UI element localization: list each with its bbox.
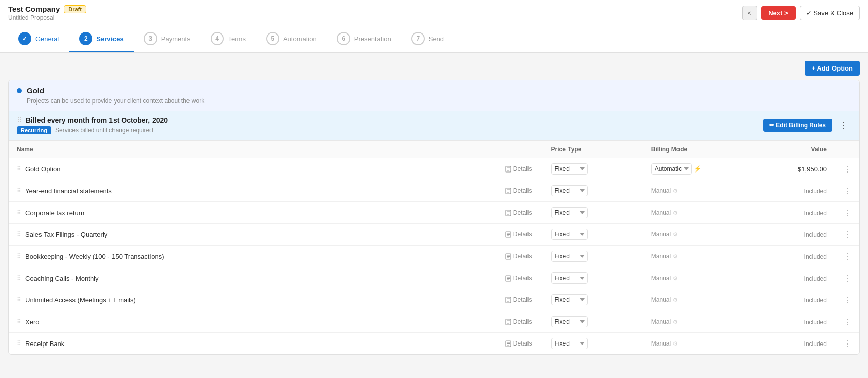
- step-general[interactable]: ✓ General: [8, 26, 69, 52]
- row-drag-handle[interactable]: ⠿: [17, 318, 21, 325]
- company-name: Test Company Draft: [8, 5, 86, 13]
- table-row: ⠿ Gold Option Details Fixed Included Aut…: [9, 158, 859, 180]
- step-circle-presentation: 6: [337, 32, 350, 45]
- row-drag-handle[interactable]: ⠿: [17, 187, 21, 194]
- header-price-type: Price Type: [543, 141, 643, 158]
- details-button[interactable]: Details: [502, 338, 535, 349]
- details-button[interactable]: Details: [502, 208, 535, 218]
- details-button[interactable]: Details: [502, 229, 535, 239]
- billing-mode-manual: Manual ⚙: [651, 231, 735, 238]
- step-circle-payments: 3: [144, 32, 157, 45]
- billing-mode-select[interactable]: Automatic Manual: [651, 163, 692, 175]
- row-more-button[interactable]: ⋮: [843, 164, 851, 174]
- row-drag-handle[interactable]: ⠿: [17, 274, 21, 282]
- settings-icon: ⚙: [673, 253, 678, 260]
- price-type-select[interactable]: Included Fixed: [551, 272, 588, 284]
- details-button[interactable]: Details: [502, 186, 535, 196]
- price-type-select[interactable]: Included Fixed: [551, 185, 588, 196]
- row-drag-handle[interactable]: ⠿: [17, 253, 21, 260]
- step-circle-automation: 5: [266, 32, 279, 45]
- steps-nav: ✓ General 2 Services 3 Payments 4 Terms …: [0, 26, 868, 53]
- billing-more-button[interactable]: ⋮: [836, 119, 851, 132]
- services-table: Name Price Type Billing Mode Value ⠿ Gol…: [9, 140, 859, 354]
- price-type-select[interactable]: Included Fixed: [551, 251, 588, 262]
- option-header: + Add Option: [8, 61, 860, 76]
- row-more-button[interactable]: ⋮: [843, 252, 851, 261]
- option-description: Projects can be used to provide your cli…: [17, 97, 204, 105]
- step-circle-general: ✓: [18, 32, 31, 45]
- value-amount: $1,950.00: [798, 165, 827, 173]
- table-header-row: Name Price Type Billing Mode Value: [9, 141, 859, 158]
- row-drag-handle[interactable]: ⠿: [17, 296, 21, 303]
- billing-left: ⠿ Billed every month from 1st October, 2…: [17, 116, 168, 134]
- gold-dot: [17, 88, 22, 93]
- value-included: Included: [804, 275, 827, 282]
- step-services[interactable]: 2 Services: [69, 26, 134, 52]
- top-bar-right: < Next > ✓ Save & Close: [742, 6, 860, 20]
- row-more-button[interactable]: ⋮: [843, 208, 851, 218]
- save-close-button[interactable]: ✓ Save & Close: [800, 6, 860, 20]
- table-row: ⠿ Receipt Bank Details Included Fixed Ma…: [9, 333, 859, 355]
- service-name: Sales Tax Filings - Quarterly: [25, 231, 107, 238]
- edit-billing-button[interactable]: ✏ Edit Billing Rules: [763, 119, 832, 132]
- service-name: Xero: [25, 318, 39, 326]
- row-more-button[interactable]: ⋮: [843, 230, 851, 239]
- add-option-button[interactable]: + Add Option: [805, 61, 860, 76]
- next-button[interactable]: Next >: [761, 6, 795, 20]
- price-type-select[interactable]: Included Fixed: [551, 229, 588, 240]
- details-button[interactable]: Details: [502, 273, 535, 283]
- row-drag-handle[interactable]: ⠿: [17, 231, 21, 238]
- header-value: Value: [743, 141, 835, 158]
- details-button[interactable]: Details: [502, 251, 535, 261]
- details-button[interactable]: Details: [502, 317, 535, 327]
- header-details: [460, 141, 543, 158]
- price-type-select[interactable]: Included Fixed: [551, 207, 588, 218]
- header-billing-mode: Billing Mode: [643, 141, 743, 158]
- prev-button[interactable]: <: [742, 6, 758, 20]
- service-name: Coaching Calls - Monthly: [25, 274, 99, 282]
- row-more-button[interactable]: ⋮: [843, 295, 851, 305]
- billing-section: ⠿ Billed every month from 1st October, 2…: [9, 111, 859, 140]
- billing-mode-manual: Manual ⚙: [651, 187, 735, 194]
- details-button[interactable]: Details: [502, 295, 535, 305]
- step-payments[interactable]: 3 Payments: [134, 26, 201, 52]
- row-more-button[interactable]: ⋮: [843, 339, 851, 349]
- table-row: ⠿ Unlimited Access (Meetings + Emails) D…: [9, 289, 859, 311]
- billing-note: Services billed until change required: [55, 127, 153, 134]
- row-drag-handle[interactable]: ⠿: [17, 165, 21, 173]
- top-bar-left: Test Company Draft Untitled Proposal: [8, 5, 86, 21]
- billing-tags: Recurring Services billed until change r…: [17, 126, 168, 134]
- details-button[interactable]: Details: [502, 164, 535, 174]
- price-type-select[interactable]: Fixed Included: [551, 163, 588, 175]
- step-automation[interactable]: 5 Automation: [256, 26, 327, 52]
- row-more-button[interactable]: ⋮: [843, 273, 851, 283]
- service-name: Corporate tax return: [25, 209, 84, 217]
- step-presentation[interactable]: 6 Presentation: [327, 26, 401, 52]
- settings-icon: ⚙: [673, 188, 678, 194]
- row-more-button[interactable]: ⋮: [843, 317, 851, 327]
- step-circle-terms: 4: [211, 32, 224, 45]
- row-more-button[interactable]: ⋮: [843, 186, 851, 196]
- billing-drag-handle[interactable]: ⠿: [17, 116, 22, 124]
- step-circle-services: 2: [79, 32, 92, 45]
- service-name: Bookkeeping - Weekly (100 - 150 Transact…: [25, 253, 164, 260]
- settings-icon: ⚙: [673, 340, 678, 347]
- value-included: Included: [804, 319, 827, 326]
- lightning-icon: ⚡: [694, 165, 701, 173]
- settings-icon: ⚙: [673, 297, 678, 303]
- price-type-select[interactable]: Included Fixed: [551, 294, 588, 305]
- billing-mode-manual: Manual ⚙: [651, 318, 735, 325]
- value-included: Included: [804, 188, 827, 195]
- row-drag-handle[interactable]: ⠿: [17, 340, 21, 347]
- table-row: ⠿ Coaching Calls - Monthly Details Inclu…: [9, 267, 859, 289]
- step-circle-send: 7: [411, 32, 425, 45]
- billing-mode-manual: Manual ⚙: [651, 296, 735, 303]
- price-type-select[interactable]: Included Fixed: [551, 338, 588, 349]
- row-drag-handle[interactable]: ⠿: [17, 209, 21, 216]
- header-action: [835, 141, 859, 158]
- settings-icon: ⚙: [673, 210, 678, 216]
- price-type-select[interactable]: Included Fixed: [551, 316, 588, 327]
- top-bar: Test Company Draft Untitled Proposal < N…: [0, 0, 868, 26]
- step-send[interactable]: 7 Send: [401, 26, 454, 52]
- step-terms[interactable]: 4 Terms: [201, 26, 256, 52]
